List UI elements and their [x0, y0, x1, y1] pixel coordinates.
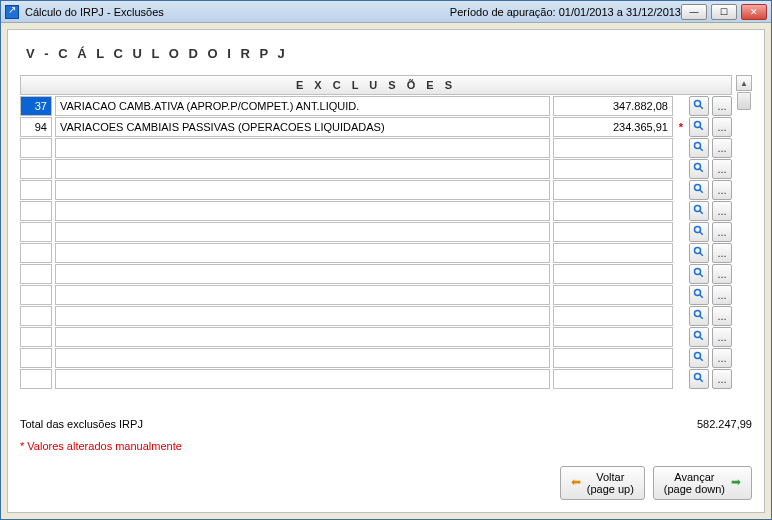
row-lookup-button[interactable] [689, 96, 709, 116]
row-more-button[interactable]: ... [712, 264, 732, 284]
table-row: 94VARIACOES CAMBIAIS PASSIVAS (OPERACOES… [20, 117, 732, 137]
row-amount-cell[interactable] [553, 243, 673, 263]
row-description-cell[interactable] [55, 222, 550, 242]
row-more-button[interactable]: ... [712, 138, 732, 158]
row-code-cell[interactable] [20, 159, 52, 179]
row-more-button[interactable]: ... [712, 348, 732, 368]
row-lookup-button[interactable] [689, 285, 709, 305]
row-code-cell[interactable] [20, 327, 52, 347]
row-lookup-button[interactable] [689, 327, 709, 347]
row-description-cell[interactable] [55, 159, 550, 179]
row-more-button[interactable]: ... [712, 285, 732, 305]
row-amount-cell[interactable] [553, 264, 673, 284]
row-amount-cell[interactable] [553, 369, 673, 389]
row-amount-cell[interactable] [553, 222, 673, 242]
row-lookup-button[interactable] [689, 201, 709, 221]
row-amount-cell[interactable] [553, 306, 673, 326]
row-code-cell[interactable]: 37 [20, 96, 52, 116]
ellipsis-icon: ... [717, 121, 726, 133]
row-lookup-button[interactable] [689, 117, 709, 137]
row-code-cell[interactable]: 94 [20, 117, 52, 137]
grid-area: E X C L U S Õ E S 37VARIACAO CAMB.ATIVA … [20, 75, 732, 412]
row-amount-cell[interactable] [553, 180, 673, 200]
row-amount-cell[interactable] [553, 327, 673, 347]
ellipsis-icon: ... [717, 226, 726, 238]
row-manual-flag [676, 96, 686, 116]
row-lookup-button[interactable] [689, 159, 709, 179]
vertical-scrollbar[interactable]: ▲ [736, 75, 752, 412]
section-title: V - C Á L C U L O D O I R P J [26, 46, 746, 61]
row-code-cell[interactable] [20, 201, 52, 221]
row-code-cell[interactable] [20, 348, 52, 368]
row-description-cell[interactable] [55, 138, 550, 158]
row-code-cell[interactable] [20, 285, 52, 305]
table-row: ... [20, 369, 732, 389]
scroll-thumb[interactable] [737, 92, 751, 110]
row-amount-cell[interactable] [553, 285, 673, 305]
row-code-cell[interactable] [20, 243, 52, 263]
row-code-cell[interactable] [20, 180, 52, 200]
row-amount-cell[interactable] [553, 201, 673, 221]
next-button[interactable]: Avançar (page down) ➡ [653, 466, 752, 500]
row-description-cell[interactable] [55, 348, 550, 368]
table-row: ... [20, 264, 732, 284]
row-more-button[interactable]: ... [712, 306, 732, 326]
row-more-button[interactable]: ... [712, 243, 732, 263]
row-lookup-button[interactable] [689, 222, 709, 242]
row-description-cell[interactable] [55, 264, 550, 284]
back-button[interactable]: ⬅ Voltar (page up) [560, 466, 645, 500]
table-row: ... [20, 180, 732, 200]
maximize-button[interactable]: ☐ [711, 4, 737, 20]
row-lookup-button[interactable] [689, 306, 709, 326]
row-lookup-button[interactable] [689, 369, 709, 389]
search-icon [693, 372, 705, 386]
minimize-button[interactable]: — [681, 4, 707, 20]
row-amount-cell[interactable] [553, 138, 673, 158]
row-more-button[interactable]: ... [712, 369, 732, 389]
row-amount-cell[interactable]: 234.365,91 [553, 117, 673, 137]
row-more-button[interactable]: ... [712, 180, 732, 200]
row-more-button[interactable]: ... [712, 222, 732, 242]
row-code-cell[interactable] [20, 264, 52, 284]
svg-point-14 [695, 248, 701, 254]
row-more-button[interactable]: ... [712, 201, 732, 221]
row-code-cell[interactable] [20, 138, 52, 158]
row-description-cell[interactable] [55, 243, 550, 263]
manual-values-note: * Valores alterados manualmente [20, 440, 752, 452]
content-frame: V - C Á L C U L O D O I R P J E X C L U … [7, 29, 765, 513]
row-code-cell[interactable] [20, 306, 52, 326]
row-amount-cell[interactable] [553, 348, 673, 368]
close-button[interactable]: ✕ [741, 4, 767, 20]
row-description-cell[interactable] [55, 369, 550, 389]
svg-point-0 [695, 101, 701, 107]
row-lookup-button[interactable] [689, 180, 709, 200]
row-more-button[interactable]: ... [712, 159, 732, 179]
scroll-up-icon[interactable]: ▲ [736, 75, 752, 91]
svg-line-3 [700, 127, 703, 130]
row-more-button[interactable]: ... [712, 96, 732, 116]
row-lookup-button[interactable] [689, 264, 709, 284]
row-more-button[interactable]: ... [712, 117, 732, 137]
row-manual-flag: * [676, 117, 686, 137]
arrow-left-icon: ⬅ [571, 476, 581, 489]
ellipsis-icon: ... [717, 268, 726, 280]
search-icon [693, 309, 705, 323]
row-lookup-button[interactable] [689, 243, 709, 263]
row-more-button[interactable]: ... [712, 327, 732, 347]
row-lookup-button[interactable] [689, 138, 709, 158]
row-amount-cell[interactable] [553, 159, 673, 179]
svg-point-10 [695, 206, 701, 212]
row-description-cell[interactable] [55, 201, 550, 221]
row-description-cell[interactable] [55, 327, 550, 347]
row-amount-cell[interactable]: 347.882,08 [553, 96, 673, 116]
row-description-cell[interactable] [55, 306, 550, 326]
row-description-cell[interactable]: VARIACOES CAMBIAIS PASSIVAS (OPERACOES L… [55, 117, 550, 137]
row-description-cell[interactable] [55, 285, 550, 305]
ellipsis-icon: ... [717, 289, 726, 301]
grid-rows: 37VARIACAO CAMB.ATIVA (APROP.P/COMPET.) … [20, 96, 732, 389]
row-code-cell[interactable] [20, 222, 52, 242]
row-description-cell[interactable] [55, 180, 550, 200]
row-description-cell[interactable]: VARIACAO CAMB.ATIVA (APROP.P/COMPET.) AN… [55, 96, 550, 116]
row-code-cell[interactable] [20, 369, 52, 389]
row-lookup-button[interactable] [689, 348, 709, 368]
